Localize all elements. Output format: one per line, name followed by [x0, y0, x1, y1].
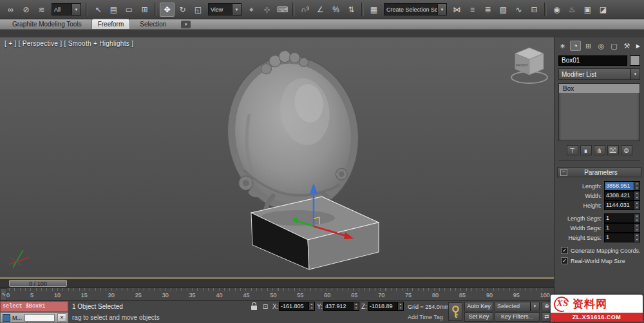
tab-display[interactable]: ▢	[609, 41, 620, 51]
value-spinner[interactable]: 1	[604, 213, 640, 223]
spinner-down-icon[interactable]	[634, 196, 639, 201]
spinner-down-icon[interactable]	[354, 306, 359, 310]
select-and-manipulate-icon[interactable]: ⊹	[260, 3, 274, 17]
spinner-down-icon[interactable]	[634, 228, 639, 233]
use-pivot-point-center-icon[interactable]: ⌖	[244, 3, 259, 17]
time-slider-button[interactable]: 0 / 100	[9, 280, 67, 287]
set-keys-button[interactable]	[448, 302, 462, 321]
select-and-move-icon[interactable]: ✥	[160, 3, 175, 17]
spinner-arrows[interactable]	[634, 214, 639, 222]
value-spinner[interactable]: 4308.421	[604, 191, 640, 201]
select-and-rotate-icon[interactable]: ↻	[175, 3, 190, 17]
rendered-frame-icon[interactable]: ▣	[580, 3, 595, 17]
z-coordinate-field[interactable]: -1018.89	[368, 302, 404, 311]
unlink-selection-icon[interactable]: ⊘	[19, 3, 33, 17]
align-icon[interactable]: ≡	[465, 3, 480, 17]
tab-freeform[interactable]: Freeform	[91, 19, 131, 29]
viewport-canvas[interactable]: FRONT	[0, 37, 554, 279]
spinner-arrows[interactable]	[634, 224, 639, 232]
checkbox-row[interactable]: ✓ Real-World Map Size	[558, 257, 640, 265]
object-color-swatch[interactable]	[630, 55, 640, 66]
spinner-down-icon[interactable]	[634, 186, 639, 191]
auto-key-button[interactable]: Auto Key	[464, 302, 493, 311]
selection-lock-icon[interactable]	[249, 302, 259, 311]
material-editor-icon[interactable]: ◉	[549, 3, 564, 17]
tab-utilities[interactable]: ⚒	[621, 41, 632, 51]
object-name-field[interactable]: Box01	[558, 55, 627, 66]
selection-filter-dropdown[interactable]: All ▼	[52, 3, 81, 15]
tab-selection[interactable]: Selection	[134, 20, 172, 29]
parameters-rollout-header[interactable]: − Parameters	[557, 167, 641, 177]
modifier-stack[interactable]: Box	[558, 83, 640, 141]
value-spinner[interactable]: 1	[604, 233, 640, 242]
mirror-icon[interactable]: ⋈	[450, 3, 464, 17]
modifier-stack-item-box[interactable]: Box	[559, 84, 639, 93]
configure-modifier-sets-icon[interactable]: ⊜	[621, 145, 632, 155]
tab-modify[interactable]: ◔	[570, 41, 581, 51]
edit-named-selection-sets-icon[interactable]: ▦	[366, 3, 381, 17]
track-bar[interactable]: ∿ 05101520253035404550556065707580859095…	[0, 288, 554, 301]
show-end-result-icon[interactable]: ∎	[580, 145, 592, 155]
tab-graphite-modeling-tools[interactable]: Graphite Modeling Tools	[6, 20, 88, 29]
mini-listener-input[interactable]	[24, 314, 55, 322]
percent-snap-icon[interactable]: %	[328, 3, 343, 17]
spinner-arrows[interactable]	[353, 302, 359, 310]
spinner-down-icon[interactable]	[634, 238, 639, 242]
keyboard-override-icon[interactable]: ⌨	[275, 3, 290, 17]
select-and-link-icon[interactable]: ∞	[3, 3, 18, 17]
perspective-viewport[interactable]: FRONT [ + ] [ Perspective ] [ Smooth + H…	[0, 37, 554, 279]
viewport-label[interactable]: [ + ] [ Perspective ] [ Smooth + Highlig…	[5, 40, 133, 47]
tab-motion[interactable]: ◎	[596, 41, 607, 51]
ribbon-options-icon[interactable]: ▾	[181, 21, 191, 28]
spinner-arrows[interactable]	[397, 302, 403, 310]
select-by-name-icon[interactable]: ▤	[106, 3, 121, 17]
spinner-arrows[interactable]	[634, 191, 639, 200]
add-time-tag[interactable]: Add Time Tag	[408, 314, 443, 320]
value-spinner[interactable]: 1	[604, 223, 640, 233]
y-coordinate-field[interactable]: 437.912	[323, 302, 359, 311]
tab-create[interactable]: ∗	[557, 41, 568, 51]
time-slider-track[interactable]: 0 / 100	[0, 279, 554, 288]
angle-snap-icon[interactable]: ∠	[313, 3, 328, 17]
snap-toggle-3d-icon[interactable]: ∩³	[298, 3, 312, 17]
spinner-arrows[interactable]	[634, 233, 639, 242]
rectangular-selection-icon[interactable]: ▭	[122, 3, 137, 17]
key-selection-dropdown[interactable]: Selected ▼	[495, 302, 540, 311]
graphite-toggle-icon[interactable]: ▧	[496, 3, 511, 17]
collapse-icon[interactable]: −	[560, 169, 567, 176]
spinner-down-icon[interactable]	[309, 306, 314, 310]
key-filters-button[interactable]: Key Filters...	[495, 312, 540, 322]
layer-manager-icon[interactable]: ≣	[480, 3, 495, 17]
modifier-list-dropdown[interactable]: Modifier List ▼	[558, 68, 640, 80]
viewcube-front-label[interactable]: FRONT	[516, 63, 529, 67]
bind-to-space-warp-icon[interactable]: ≋	[34, 3, 49, 17]
checkbox[interactable]: ✓	[561, 247, 568, 254]
spinner-arrows[interactable]	[308, 302, 314, 310]
window-crossing-icon[interactable]: ⊞	[137, 3, 152, 17]
render-setup-icon[interactable]: ♨	[565, 3, 580, 17]
spinner-down-icon[interactable]	[634, 219, 639, 223]
close-icon[interactable]: ×	[57, 313, 66, 322]
absolute-offset-mode-icon[interactable]: ⊡	[260, 302, 270, 311]
value-spinner[interactable]: 3858.951	[604, 181, 640, 191]
spinner-down-icon[interactable]	[634, 206, 639, 210]
make-unique-icon[interactable]: ⋔	[594, 145, 605, 155]
set-key-button[interactable]: Set Key	[464, 312, 493, 322]
spinner-arrows[interactable]	[634, 201, 639, 210]
checkbox[interactable]: ✓	[561, 257, 568, 264]
curve-editor-icon[interactable]: ∿	[511, 3, 526, 17]
remove-modifier-icon[interactable]: ⌧	[607, 145, 619, 155]
x-coordinate-field[interactable]: -161.805	[279, 302, 315, 311]
maxscript-mini-window[interactable]: M... ×	[0, 312, 68, 323]
schematic-view-icon[interactable]: ⊟	[527, 3, 542, 17]
tab-hierarchy[interactable]: ⊞	[583, 41, 594, 51]
named-selection-set-dropdown[interactable]: Create Selection Se ▼	[384, 3, 447, 15]
maxscript-macro-recorder-line[interactable]: select $Box01	[0, 301, 68, 312]
spinner-arrows[interactable]	[634, 182, 639, 190]
reference-coordinate-dropdown[interactable]: View ▼	[208, 3, 242, 15]
spinner-snap-icon[interactable]: ⇅	[344, 3, 359, 17]
select-and-scale-icon[interactable]: ◱	[191, 3, 205, 17]
spinner-down-icon[interactable]	[398, 306, 403, 310]
pin-stack-icon[interactable]: ⊤	[567, 145, 578, 155]
select-object-icon[interactable]: ↖	[91, 3, 106, 17]
